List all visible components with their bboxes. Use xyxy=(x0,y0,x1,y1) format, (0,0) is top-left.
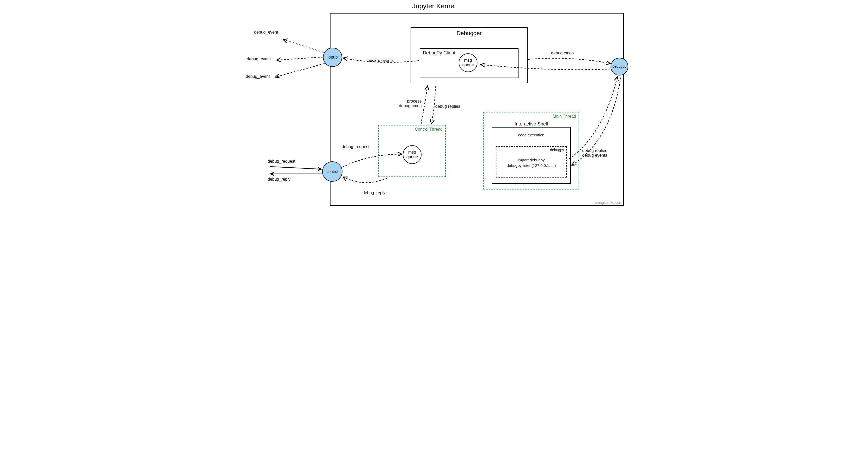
debugpy-code-box: debugpy import debugpy debugpy.listen(12… xyxy=(496,146,567,177)
msg-queue-1-label: msg queue xyxy=(462,58,474,67)
msg-queue-2-label: msg queue xyxy=(406,150,418,159)
interactive-shell-title: Interactive Shell xyxy=(515,121,548,127)
edge-label-debug-replies-events: debug replies debug events xyxy=(582,148,607,158)
control-thread-label: Control Thread xyxy=(415,127,442,132)
iopub-node: iopub xyxy=(323,48,342,67)
debugpy-label: debugpy xyxy=(612,64,626,68)
msg-queue-debugger: msg queue xyxy=(459,53,477,72)
attribution-text: romaglushko.com xyxy=(594,200,622,205)
iopub-label: iopub xyxy=(328,55,338,60)
code-execution-label: code execution xyxy=(518,133,545,137)
debugpy-inner-label: debugpy xyxy=(550,148,564,152)
arrow-iopub-event-3 xyxy=(275,63,324,77)
msg-queue-control: msg queue xyxy=(403,145,422,164)
control-node: control xyxy=(322,162,342,182)
code-line-1: import debugpy xyxy=(496,158,566,162)
debugpy-node: debugpy xyxy=(611,58,628,76)
edge-label-debug-request-inner: debug_request xyxy=(342,144,370,149)
edge-label-debug-reply-outer: debug_reply xyxy=(268,177,290,182)
main-thread-label: Main Thread xyxy=(553,114,576,119)
edge-label-debug-event-3: debug_event xyxy=(246,74,270,79)
diagram-title: Jupyter Kernel xyxy=(412,2,456,10)
diagram-canvas: Jupyter Kernel romaglushko.com Debugger … xyxy=(239,0,629,210)
edge-label-process-debug-cmds: process debug cmds xyxy=(399,99,422,108)
edge-label-forward-events: forward events xyxy=(366,58,394,63)
arrow-debug-request-outer xyxy=(270,167,322,169)
edge-label-debug-cmds: debug cmds xyxy=(551,51,574,55)
code-line-2: debugpy.listen(127.0.0.1, ...) xyxy=(496,163,566,168)
edge-label-debug-reply-inner: debug_reply xyxy=(363,191,385,195)
edge-label-debug-event-2: debug_event xyxy=(247,57,271,61)
edge-label-debug-event-1: debug_event xyxy=(254,30,278,35)
debugpy-client-title: DebugPy Client xyxy=(423,50,455,56)
edge-label-debug-request-outer: debug_request xyxy=(268,159,296,164)
debugger-title: Debugger xyxy=(411,30,527,37)
arrow-iopub-event-2 xyxy=(277,57,323,60)
arrow-iopub-event-1 xyxy=(283,39,323,52)
edge-label-debug-replies: debug replies xyxy=(435,104,460,109)
control-label: control xyxy=(327,170,338,174)
